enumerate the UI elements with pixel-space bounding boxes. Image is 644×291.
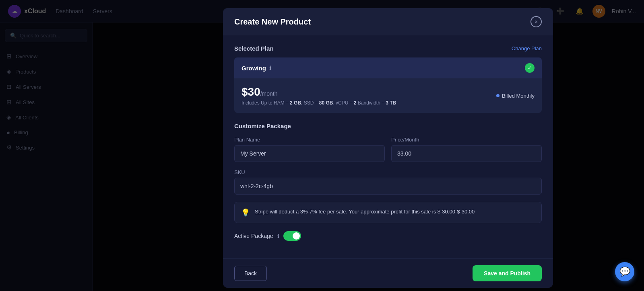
close-button[interactable]: × (530, 16, 542, 27)
create-product-modal: Create New Product × Selected Plan Chang… (223, 8, 553, 288)
sku-group: SKU (234, 169, 542, 195)
plan-name-input[interactable] (234, 145, 385, 162)
price-month-label: Price/Month (391, 137, 542, 143)
plan-card-header: Growing ℹ ✓ (234, 57, 542, 78)
plan-name-row: Growing ℹ (242, 65, 271, 72)
plan-price-row: $30/month (242, 86, 396, 98)
active-package-row: Active Package ℹ (234, 231, 542, 241)
chat-button[interactable]: 💬 (615, 262, 634, 281)
billing-dot (496, 94, 500, 97)
plan-check-icon: ✓ (525, 63, 535, 73)
plan-name: Growing (242, 65, 266, 72)
billing-badge: Billed Monthly (496, 93, 535, 99)
plan-specs: Includes Up to RAM – 2 GB, SSD – 80 GB, … (242, 100, 396, 106)
plan-price-block: $30/month Includes Up to RAM – 2 GB, SSD… (242, 86, 396, 106)
selected-plan-title: Selected Plan (234, 45, 274, 52)
price-month-group: Price/Month (391, 137, 542, 162)
change-plan-link[interactable]: Change Plan (512, 45, 542, 51)
modal-header: Create New Product × (223, 8, 553, 35)
stripe-link[interactable]: Stripe (255, 209, 268, 215)
plan-card-body: $30/month Includes Up to RAM – 2 GB, SSD… (234, 78, 542, 113)
plan-name-label: Plan Name (234, 137, 385, 143)
toggle-knob (293, 232, 300, 240)
billing-label: Billed Monthly (502, 93, 535, 99)
modal-title: Create New Product (234, 17, 311, 27)
customize-title: Customize Package (234, 123, 542, 129)
active-info-icon: ℹ (277, 233, 279, 239)
save-publish-button[interactable]: Save and Publish (473, 265, 542, 281)
plan-name-group: Plan Name (234, 137, 385, 162)
selected-plan-header: Selected Plan Change Plan (234, 45, 542, 52)
plan-price: $30 (242, 86, 260, 98)
info-notice-text: Stripe will deduct a 3%-7% fee per sale.… (255, 208, 475, 216)
active-package-label: Active Package (234, 233, 273, 239)
price-month-input[interactable] (391, 145, 542, 162)
sku-label: SKU (234, 169, 542, 175)
plan-price-period: /month (260, 90, 278, 97)
modal-body: Selected Plan Change Plan Growing ℹ ✓ $3… (223, 35, 553, 258)
plan-card: Growing ℹ ✓ $30/month Includes Up to RAM… (234, 57, 542, 113)
plan-info-icon: ℹ (269, 65, 271, 71)
sku-input[interactable] (234, 178, 542, 195)
lightbulb-icon: 💡 (241, 208, 250, 217)
modal-footer: Back Save and Publish (223, 258, 553, 288)
back-button[interactable]: Back (234, 266, 267, 281)
plan-name-price-row: Plan Name Price/Month (234, 137, 542, 162)
info-notice: 💡 Stripe will deduct a 3%-7% fee per sal… (234, 202, 542, 223)
active-package-toggle[interactable] (283, 231, 301, 241)
